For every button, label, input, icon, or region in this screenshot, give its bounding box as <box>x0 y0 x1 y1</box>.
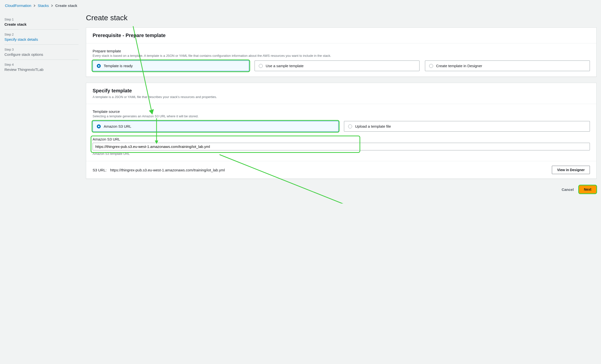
wizard-steps: Step 1 Create stack Step 2 Specify stack… <box>4 11 79 194</box>
prepare-template-help: Every stack is based on a template. A te… <box>93 54 590 58</box>
breadcrumb-link-stacks[interactable]: Stacks <box>38 3 49 8</box>
radio-label: Create template in Designer <box>436 64 482 68</box>
radio-upload-file[interactable]: Upload a template file <box>344 121 590 132</box>
radio-icon <box>259 64 263 68</box>
breadcrumb: CloudFormation Stacks Create stack <box>0 0 601 11</box>
main-content: Create stack Prerequisite - Prepare temp… <box>86 11 597 194</box>
template-source-help: Selecting a template generates an Amazon… <box>93 114 590 118</box>
wizard-actions: Cancel Next <box>86 185 597 194</box>
panel-heading: Prerequisite - Prepare template <box>93 33 590 38</box>
radio-label: Amazon S3 URL <box>104 124 131 128</box>
wizard-step-title: Create stack <box>4 22 79 26</box>
wizard-step-link[interactable]: Specify stack details <box>4 37 38 41</box>
wizard-step-title: Review ThingrexIoTLab <box>4 67 79 72</box>
wizard-step-3: Step 3 Configure stack options <box>4 45 79 60</box>
page-title: Create stack <box>86 14 597 22</box>
prepare-template-label: Prepare template <box>93 49 590 53</box>
panel-specify-template: Specify template A template is a JSON or… <box>86 83 597 179</box>
chevron-right-icon <box>51 3 53 8</box>
radio-icon <box>348 124 352 128</box>
wizard-step-label: Step 4 <box>4 63 79 66</box>
wizard-step-2[interactable]: Step 2 Specify stack details <box>4 30 79 45</box>
radio-template-ready[interactable]: Template is ready <box>93 61 249 71</box>
radio-label: Upload a template file <box>355 124 391 128</box>
chevron-right-icon <box>33 3 36 8</box>
wizard-step-label: Step 3 <box>4 48 79 51</box>
radio-icon <box>97 64 101 68</box>
s3-url-display: S3 URL: https://thingrex-pub.s3.eu-west-… <box>93 168 547 172</box>
radio-icon <box>97 124 101 128</box>
panel-heading: Specify template <box>93 88 590 94</box>
radio-label: Use a sample template <box>266 64 303 68</box>
wizard-step-4: Step 4 Review ThingrexIoTLab <box>4 60 79 75</box>
radio-sample-template[interactable]: Use a sample template <box>255 61 420 71</box>
s3-url-caption: Amazon S3 template URL <box>93 152 590 156</box>
breadcrumb-current: Create stack <box>55 3 77 8</box>
s3-url-display-label: S3 URL: <box>93 168 107 172</box>
wizard-step-label: Step 1 <box>4 18 79 21</box>
template-source-label: Template source <box>93 109 590 114</box>
wizard-step-label: Step 2 <box>4 33 79 36</box>
view-in-designer-button[interactable]: View in Designer <box>552 166 590 174</box>
panel-prerequisite: Prerequisite - Prepare template Prepare … <box>86 27 597 77</box>
radio-label: Template is ready <box>104 64 133 68</box>
next-button[interactable]: Next <box>579 185 597 194</box>
panel-subheading: A template is a JSON or YAML file that d… <box>93 95 590 99</box>
breadcrumb-link-cloudformation[interactable]: CloudFormation <box>5 3 31 8</box>
radio-icon <box>429 64 433 68</box>
cancel-button[interactable]: Cancel <box>561 187 574 192</box>
radio-s3-url[interactable]: Amazon S3 URL <box>93 121 339 132</box>
wizard-step-1: Step 1 Create stack <box>4 15 79 30</box>
radio-create-designer[interactable]: Create template in Designer <box>425 61 590 71</box>
wizard-step-title: Configure stack options <box>4 52 79 57</box>
s3-url-display-value: https://thingrex-pub.s3.eu-west-1.amazon… <box>110 168 225 172</box>
